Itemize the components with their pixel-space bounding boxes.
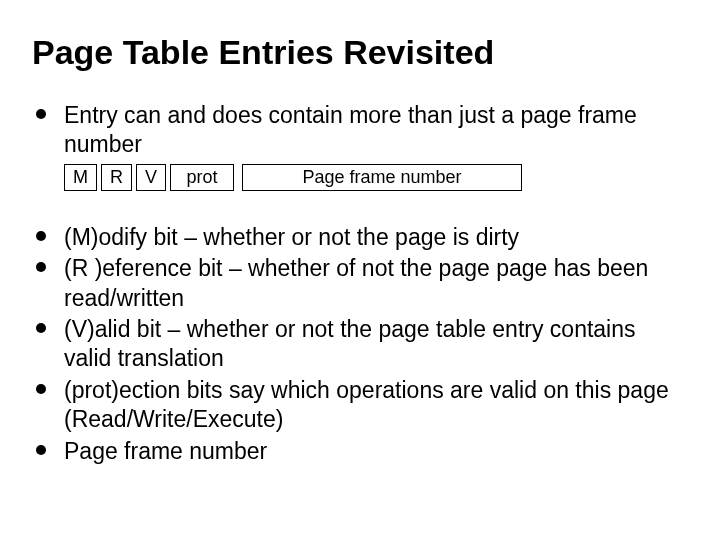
bullet-list-top: Entry can and does contain more than jus…: [32, 101, 688, 160]
bullet-list-main: (M)odify bit – whether or not the page i…: [32, 223, 688, 467]
pte-cell-pfn: Page frame number: [242, 164, 522, 191]
pte-cell-m: M: [64, 164, 97, 191]
pte-diagram: M R V prot Page frame number: [64, 164, 688, 191]
bullet-valid: (V)alid bit – whether or not the page ta…: [32, 315, 688, 374]
pte-cell-v: V: [136, 164, 166, 191]
bullet-modify: (M)odify bit – whether or not the page i…: [32, 223, 688, 252]
bullet-pfn: Page frame number: [32, 437, 688, 466]
slide-title: Page Table Entries Revisited: [32, 32, 688, 73]
bullet-protection: (prot)ection bits say which operations a…: [32, 376, 688, 435]
bullet-intro: Entry can and does contain more than jus…: [32, 101, 688, 160]
spacer: [32, 207, 688, 223]
slide: Page Table Entries Revisited Entry can a…: [0, 0, 720, 540]
bullet-reference: (R )eference bit – whether of not the pa…: [32, 254, 688, 313]
pte-cell-prot: prot: [170, 164, 234, 191]
pte-cell-r: R: [101, 164, 132, 191]
